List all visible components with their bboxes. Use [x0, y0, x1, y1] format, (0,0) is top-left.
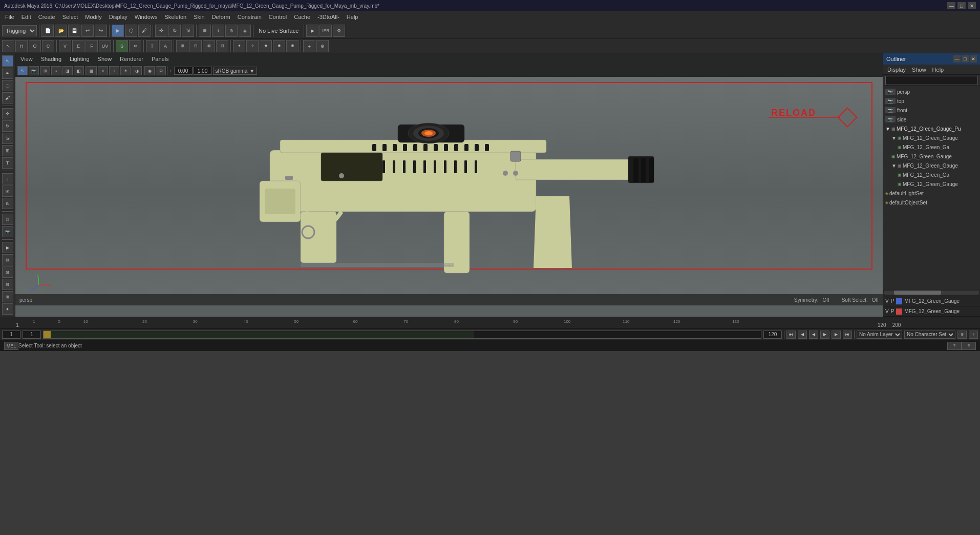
- anim-options-button[interactable]: ⚙: [957, 331, 967, 339]
- play-forward-button[interactable]: ▶: [820, 331, 829, 339]
- render-button[interactable]: ▶: [306, 25, 318, 37]
- timeline-slider[interactable]: [43, 331, 761, 339]
- vp-shade2-btn[interactable]: ◧: [74, 66, 84, 75]
- range-start-display[interactable]: 1: [23, 331, 41, 339]
- scale-tool-button[interactable]: ⇲: [182, 25, 194, 37]
- menu-skin[interactable]: Skin: [190, 13, 207, 21]
- open-scene-button[interactable]: 📂: [55, 25, 67, 37]
- bind-skin-tool[interactable]: B: [2, 198, 13, 209]
- vp-float1[interactable]: 0.00: [174, 67, 193, 75]
- outliner-item-top[interactable]: 📷 top: [883, 96, 980, 106]
- attr-editor-button[interactable]: A: [159, 40, 172, 52]
- vp-xray-btn[interactable]: X: [98, 66, 108, 75]
- character-set-dropdown[interactable]: No Character Set: [904, 331, 955, 339]
- layer-v-label-2[interactable]: V: [885, 308, 889, 314]
- outliner-search-input[interactable]: [885, 76, 978, 85]
- outliner-maximize[interactable]: □: [962, 55, 969, 63]
- view-cube[interactable]: □: [2, 214, 13, 225]
- vp-colorspace[interactable]: sRGB gamma ▼: [213, 67, 258, 75]
- menu-deform[interactable]: Deform: [209, 13, 233, 21]
- snap-view-button[interactable]: ◈: [239, 25, 251, 37]
- display-tool4[interactable]: ⊞: [2, 291, 13, 302]
- vp-grid-btn[interactable]: ▦: [87, 66, 97, 75]
- range-end-display[interactable]: 120: [763, 331, 782, 339]
- outliner-item-front[interactable]: 📷 front: [883, 106, 980, 115]
- object-mode-button[interactable]: O: [29, 40, 41, 52]
- cross-tool-button[interactable]: ⊕: [316, 40, 329, 52]
- edge-mode-button[interactable]: E: [72, 40, 84, 52]
- hierarchy-button[interactable]: H: [15, 40, 28, 52]
- show-manipulator-button[interactable]: T: [146, 40, 158, 52]
- vp-texture-btn[interactable]: T: [109, 66, 119, 75]
- rotate-tool[interactable]: ↻: [2, 120, 13, 132]
- vp-select-btn[interactable]: ↖: [17, 66, 28, 75]
- paint-tool-button[interactable]: 🖌: [138, 25, 151, 37]
- snap-grid-button[interactable]: ▦: [199, 25, 211, 37]
- vp-shade1-btn[interactable]: ◨: [62, 66, 73, 75]
- new-scene-button[interactable]: 📄: [41, 25, 54, 37]
- move-tool[interactable]: ✛: [2, 108, 13, 119]
- menu-cache[interactable]: Cache: [291, 13, 313, 21]
- outliner-item-lightset[interactable]: ◈ defaultLightSet: [883, 189, 980, 198]
- menu-control[interactable]: Control: [266, 13, 290, 21]
- close-button[interactable]: ✕: [968, 2, 976, 9]
- viewport-menu-renderer[interactable]: Renderer: [117, 55, 146, 63]
- menu-modify[interactable]: Modify: [82, 13, 104, 21]
- render-tool[interactable]: ▶: [2, 242, 13, 253]
- step-forward-button[interactable]: ▶: [832, 331, 841, 339]
- maximize-button[interactable]: □: [957, 2, 966, 9]
- outliner-hscrollbar[interactable]: [883, 290, 980, 296]
- vp-isolate-btn[interactable]: ◉: [144, 66, 155, 75]
- command-line-button[interactable]: ≡: [962, 342, 976, 350]
- outliner-item-mfg-4[interactable]: ▼ ▦ MFG_12_Green_Gauge: [883, 161, 980, 170]
- display-tool2[interactable]: ⊡: [2, 266, 13, 278]
- vp-light-btn[interactable]: ☀: [120, 66, 131, 75]
- layer-v-label-1[interactable]: V: [885, 298, 889, 304]
- menu-skeleton[interactable]: Skeleton: [161, 13, 189, 21]
- show-manip-tool[interactable]: T: [2, 157, 13, 169]
- joint-tool[interactable]: J: [2, 173, 13, 184]
- ipr-button[interactable]: IPR: [319, 25, 332, 37]
- outliner-tree[interactable]: 📷 persp 📷 top 📷 front 📷 side: [883, 86, 980, 290]
- play-back-button[interactable]: ◀: [809, 331, 818, 339]
- tool-btn-extra9[interactable]: ✺: [286, 40, 299, 52]
- audio-button[interactable]: ♪: [969, 331, 978, 339]
- vp-float2[interactable]: 1.00: [194, 67, 212, 75]
- outliner-item-mfg-3[interactable]: ▣ MFG_12_Green_Gauge: [883, 152, 980, 161]
- scale-tool[interactable]: ⇲: [2, 133, 13, 144]
- uv-mode-button[interactable]: UV: [99, 40, 111, 52]
- undo-button[interactable]: ↩: [81, 25, 94, 37]
- save-scene-button[interactable]: 💾: [68, 25, 80, 37]
- outliner-item-persp[interactable]: 📷 persp: [883, 87, 980, 96]
- move-tool-button[interactable]: ✛: [155, 25, 167, 37]
- vp-wireframe-btn[interactable]: ⊞: [40, 66, 50, 75]
- render-settings-button[interactable]: ⚙: [333, 25, 345, 37]
- minimize-button[interactable]: —: [947, 2, 955, 9]
- mel-python-toggle[interactable]: MEL: [4, 342, 18, 350]
- outliner-item-side[interactable]: 📷 side: [883, 115, 980, 124]
- vp-camera-btn[interactable]: 📷: [29, 66, 39, 75]
- menu-constrain[interactable]: Constrain: [235, 13, 265, 21]
- outliner-menu-help[interactable]: Help: [930, 66, 946, 74]
- universal-manip-tool[interactable]: ⊞: [2, 145, 13, 156]
- tool-btn-extra3[interactable]: ⊠: [203, 40, 215, 52]
- tool-btn-extra8[interactable]: ✹: [273, 40, 285, 52]
- outliner-minimize[interactable]: —: [953, 55, 961, 63]
- tool-btn-extra1[interactable]: ⊞: [176, 40, 188, 52]
- select-tool-button[interactable]: ▶: [112, 25, 124, 37]
- goto-start-button[interactable]: ⏮: [786, 331, 796, 339]
- menu-3dtall[interactable]: -3DtoAll-: [314, 13, 343, 21]
- outliner-item-mfg-root[interactable]: ▼ ▦ MFG_12_Green_Gauge_Pu: [883, 124, 980, 133]
- paint-select-tool[interactable]: ✒: [2, 68, 13, 79]
- viewport[interactable]: View Shading Lighting Show Renderer Pane…: [15, 53, 883, 317]
- current-frame-display[interactable]: 1: [2, 331, 20, 339]
- redo-button[interactable]: ↪: [95, 25, 107, 37]
- step-back-button[interactable]: ◀: [798, 331, 807, 339]
- vp-shadow-btn[interactable]: ◑: [132, 66, 142, 75]
- viewport-menu-shading[interactable]: Shading: [38, 55, 65, 63]
- menu-file[interactable]: File: [2, 13, 17, 21]
- outliner-menu-show[interactable]: Show: [910, 66, 928, 74]
- tool-btn-extra7[interactable]: ✸: [260, 40, 272, 52]
- plus-tool-button[interactable]: +: [303, 40, 315, 52]
- timeline-ruler[interactable]: 1 1 5 10 20 30 40 50 60 70 80 90 100 110…: [0, 317, 980, 328]
